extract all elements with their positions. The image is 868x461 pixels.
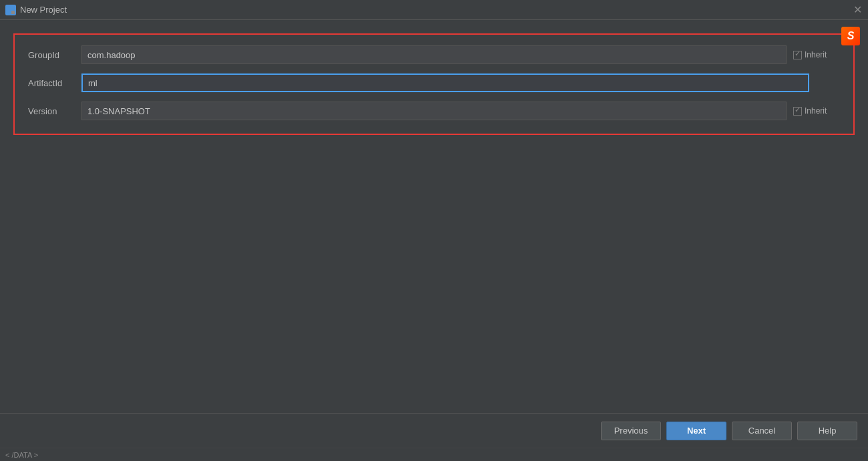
groupid-inherit: Inherit — [793, 50, 840, 59]
groupid-input[interactable] — [81, 45, 787, 64]
title-bar-left: New Project — [5, 5, 67, 15]
dialog-content: S GroupId Inherit ArtifactId Version — [0, 20, 868, 413]
groupid-row: GroupId Inherit — [28, 45, 840, 64]
bottom-bar: < /DATA > — [0, 448, 868, 461]
version-label: Version — [28, 106, 81, 116]
groupid-inherit-checkbox[interactable] — [793, 51, 802, 59]
artifactid-row: ArtifactId — [28, 73, 840, 92]
button-bar: Previous Next Cancel Help — [0, 413, 868, 448]
groupid-label: GroupId — [28, 50, 81, 60]
version-input[interactable] — [81, 102, 787, 120]
next-button[interactable]: Next — [666, 422, 726, 440]
cancel-button[interactable]: Cancel — [732, 422, 792, 440]
artifactid-input[interactable] — [81, 73, 809, 92]
svg-rect-3 — [11, 11, 15, 14]
help-button[interactable]: Help — [797, 422, 857, 440]
content-spacer — [13, 142, 855, 406]
close-button[interactable]: ✕ — [852, 5, 863, 15]
artifactid-label: ArtifactId — [28, 78, 81, 88]
groupid-inherit-label: Inherit — [805, 50, 827, 59]
window-icon — [5, 5, 16, 15]
version-row: Version Inherit — [28, 102, 840, 120]
previous-button[interactable]: Previous — [601, 422, 661, 440]
svg-rect-0 — [7, 6, 10, 9]
bottom-text: < /DATA > — [5, 451, 38, 459]
new-project-window: New Project ✕ S GroupId Inherit Artifact… — [0, 0, 868, 461]
version-inherit: Inherit — [793, 106, 840, 116]
window-title: New Project — [20, 5, 67, 15]
s-logo-icon: S — [841, 27, 860, 45]
title-bar: New Project ✕ — [0, 0, 868, 20]
version-inherit-checkbox[interactable] — [793, 107, 802, 116]
svg-rect-1 — [11, 6, 15, 9]
maven-settings-section: GroupId Inherit ArtifactId Version Inher… — [13, 33, 855, 135]
svg-rect-2 — [7, 11, 10, 14]
s-logo: S — [841, 27, 861, 47]
version-inherit-label: Inherit — [805, 106, 827, 116]
